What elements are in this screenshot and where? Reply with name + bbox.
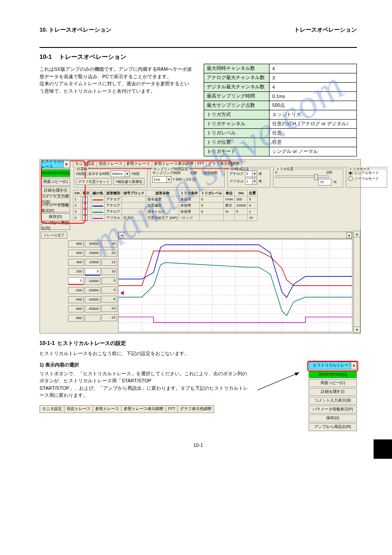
chevron-down-icon: ▾ [166,177,171,182]
save-button[interactable]: 保存(D) [41,213,70,221]
spec-val: 4 [270,83,357,92]
screen-copy-button[interactable]: 画面コピー(C) [41,178,70,186]
tab[interactable]: モニタ設定 [73,160,97,167]
ch-cell: 0 [200,196,224,203]
yopt-button[interactable]: Y軸目盛り最適化 [113,178,144,185]
ch-cell: 16 [248,215,258,221]
digital-count-select[interactable]: 1▾ [245,178,257,185]
tab[interactable]: グラフ表示色調整 [206,160,242,167]
arrow-left-icon[interactable]: ◂ [119,232,124,238]
ch-visible-checkbox[interactable]: ✓ [83,215,88,221]
param-info-button-mini[interactable]: パラメータ情報表示(P) [309,406,357,414]
spec-val: 500点 [270,101,357,110]
arrow-down-icon[interactable]: ▾ [354,326,360,333]
tab: 参照トレース表示調整 [122,406,166,413]
scale-columns: 8006004002000-200-400-600-800 3000020000… [68,231,117,333]
trace-mode-select-mini[interactable]: ヒストリカルトレース ▾ [309,362,357,370]
spec-key: トリガ方式 [204,110,270,120]
spec-val: 任意の1CH（アナログ or デジタル） [270,120,357,129]
scale-cell: 0 [68,277,84,285]
comment-button-mini[interactable]: コメント入力表示(B) [309,397,357,405]
scale-cell: 200 [68,268,84,275]
start-stop-button-mini[interactable]: START/STOP(G) [309,370,357,378]
tab[interactable]: 現在トレース [97,160,125,167]
ch-header: 波形名称 [146,190,179,196]
ch-header: 信号ブロック [122,190,146,196]
channel-table: CH表示線の色波形種別信号ブロック波形名称トリガ条件トリガレベル単位Div位置1… [73,190,258,221]
sub-intro: ヒストリカルトレースをおこなう前に、下記の設定をおこないます。 [40,350,357,357]
tab[interactable]: 参照トレース表示調整 [152,160,196,167]
range-group: 位置幅 1画面に表示する時間 500ms▾ /画面 グラフ位置リセット Y軸目盛… [74,169,147,188]
sample-time-select[interactable]: 1ms▾ [152,176,172,183]
ch-visible-checkbox[interactable]: ✓ [83,203,88,208]
hide-detail-button[interactable]: 詳細を隠す(I) [41,187,70,195]
tab: 現在トレース [65,406,93,413]
h-scrollbar[interactable]: ◂ ▸ [118,232,352,239]
ch-cell: アナログ [105,196,122,203]
reload-button[interactable]: アンプから再読出(R) [41,222,70,230]
scale-cell: 800 [68,240,84,247]
line-color [93,206,103,207]
trace-mode-select[interactable]: ヒストリカルトレース ▾ [41,160,70,168]
ch-visible-checkbox[interactable]: ✓ [83,209,88,214]
ch-cell: ✓ [81,203,91,209]
ch-header: トリガレベル [200,190,224,196]
trig-pos-slider[interactable] [275,175,329,178]
scale-cell: 20 [101,250,117,257]
graph-reset-button[interactable]: グラフ位置リセット [76,178,112,185]
chart-area [118,239,352,332]
spec-val: 3 [270,73,357,83]
scale-cell: 600 [68,250,84,257]
ch-cell [91,196,105,203]
trace-done: トレース完了 [40,231,68,333]
spec-key: トリガレベル [204,129,270,138]
ch-cell [91,215,105,221]
ch-cell: 1 [73,196,81,203]
trigpos-group: トリガ位置 0100 75 % [273,169,343,188]
ch-cell: アナログ [105,209,122,215]
reload-button-mini[interactable]: アンプから再読出(R) [309,423,357,431]
line-color [93,212,103,213]
range-select[interactable]: 500ms▾ [111,170,130,177]
ch-header: 表示 [81,190,91,196]
normal-mode-radio[interactable] [348,176,353,181]
app-screenshot: ヒストリカルトレース ▾ START/STOP(G) 画面コピー(C) 詳細を隠… [40,159,361,334]
arrow-right-icon[interactable]: ▸ [346,232,352,238]
spec-val: 任意 [270,129,357,138]
ch-cell: 4 [73,215,81,221]
scale-cell [85,315,101,322]
trig-pos-value[interactable]: 75 [318,179,331,185]
ch-cell: デジタル [105,215,122,221]
arrow-indicator [255,370,303,392]
tab: FFT [166,406,178,413]
v-scrollbar[interactable]: ▴ ▾ [353,231,360,333]
ch-cell: 3 [73,209,81,215]
ch-cell: 未使用 [179,209,200,215]
spec-key: トリガモード [204,147,270,156]
tab[interactable]: FFT [195,160,207,167]
analog-count-select[interactable]: 3▾ [245,170,257,177]
ch-cell: 4 [248,203,258,209]
tab[interactable]: 参照トレース [124,160,152,167]
ch-cell: ✓ [81,209,91,215]
spec-key: トリガチャンネル [204,120,270,129]
tab: グラフ表示色調整 [178,406,214,413]
scale-cell: 15 [101,259,117,266]
comment-button[interactable]: コメント入力表示(B) [41,196,70,203]
arrow-up-icon[interactable]: ▴ [354,231,360,237]
scale-cell: 5 [101,277,117,284]
ch-cell: 1 [248,209,258,215]
start-stop-button[interactable]: START/STOP(G) [41,169,70,177]
chcfg-group: CH構成設定 アナログ 3▾ 本 デジタル 1▾ 本 [227,169,270,188]
ch-header: トリガ条件 [179,190,200,196]
ch-cell: 指令速度 [146,196,179,203]
screen-copy-button-mini[interactable]: 画面コピー(C) [309,379,357,387]
spec-key: 最大同時チャンネル数 [204,64,270,73]
spec-table: 最大同時チャンネル数4アナログ最大チャンネル数3デジタル最大チャンネル数4最高サ… [204,64,357,156]
hide-detail-button-mini[interactable]: 詳細を隠す(I) [309,388,357,396]
param-info-button[interactable]: パラメータ情報表示(P) [41,204,70,212]
scale-cell: -15 [101,314,117,321]
ch-cell: % [224,209,235,215]
save-button-mini[interactable]: 保存(D) [309,414,357,422]
ch-visible-checkbox[interactable]: ✓ [83,197,88,202]
